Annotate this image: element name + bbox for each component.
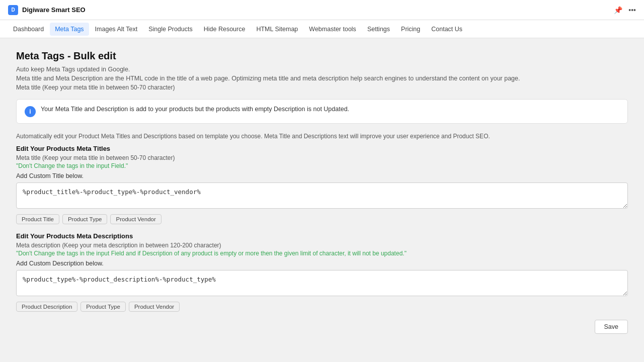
tag-product-title[interactable]: Product Title [16, 214, 59, 224]
descriptions-warning: "Don't Change the tags in the input Fiel… [16, 250, 628, 257]
main-content: Meta Tags - Bulk edit Auto keep Meta Tag… [0, 38, 644, 346]
nav-item-settings[interactable]: Settings [362, 23, 395, 36]
titles-add-label: Add Custom Title below. [16, 172, 628, 179]
titles-warning: "Don't Change the tags in the input Fiel… [16, 162, 628, 169]
app-icon: D [8, 5, 18, 15]
meta-title-hint: Meta title (Keep your meta title in betw… [16, 84, 628, 91]
info-box-text: Your Meta Title and Description is add t… [41, 106, 349, 113]
nav-item-images-alt-text[interactable]: Images Alt Text [90, 23, 143, 36]
more-options-icon[interactable]: ••• [628, 6, 636, 14]
descriptions-section-heading: Edit Your Products Meta Descriptions [16, 232, 628, 240]
info-box: i Your Meta Title and Description is add… [16, 99, 628, 124]
nav-item-html-sitemap[interactable]: HTML Sitemap [251, 23, 303, 36]
top-bar-right: 📌 ••• [614, 6, 636, 14]
description-tags: Product Description Product Type Product… [16, 302, 628, 312]
pin-icon[interactable]: 📌 [614, 6, 622, 14]
descriptions-add-label: Add Custom Description below. [16, 260, 628, 267]
nav-item-pricing[interactable]: Pricing [396, 23, 425, 36]
page-description: Meta title and Meta Description are the … [16, 75, 628, 82]
titles-hint: Meta title (Keep your meta title in betw… [16, 154, 628, 161]
tag-product-vendor-title[interactable]: Product Vendor [110, 214, 161, 224]
title-tags: Product Title Product Type Product Vendo… [16, 214, 628, 224]
app-title: Digiware Smart SEO [22, 6, 86, 14]
nav-item-single-products[interactable]: Single Products [143, 23, 198, 36]
tag-product-description[interactable]: Product Description [16, 302, 77, 312]
description-input[interactable] [16, 270, 628, 296]
save-row: Save [16, 320, 628, 334]
page-subtitle: Auto keep Meta Tags updated in Google. [16, 66, 628, 73]
top-bar-left: D Digiware Smart SEO [8, 5, 86, 15]
nav-item-dashboard[interactable]: Dashboard [8, 23, 49, 36]
nav-item-contact-us[interactable]: Contact Us [426, 23, 467, 36]
nav-item-hide-resource[interactable]: Hide Resource [199, 23, 251, 36]
nav-item-webmaster-tools[interactable]: Webmaster tools [304, 23, 361, 36]
title-input[interactable] [16, 183, 628, 209]
page-title: Meta Tags - Bulk edit [16, 50, 628, 62]
nav-item-meta-tags[interactable]: Meta Tags [50, 23, 89, 36]
titles-section-heading: Edit Your Products Meta Titles [16, 145, 628, 152]
descriptions-hint: Meta description (Keep your meta descrip… [16, 242, 628, 249]
info-icon: i [25, 106, 36, 117]
auto-edit-description: Automatically edit your Product Meta Tit… [16, 132, 628, 141]
save-button[interactable]: Save [595, 320, 628, 334]
tag-product-vendor-desc[interactable]: Product Vendor [129, 302, 180, 312]
tag-product-type-desc[interactable]: Product Type [80, 302, 126, 312]
tag-product-type-title[interactable]: Product Type [62, 214, 108, 224]
top-bar: D Digiware Smart SEO 📌 ••• [0, 0, 644, 20]
nav-bar: Dashboard Meta Tags Images Alt Text Sing… [0, 20, 644, 38]
